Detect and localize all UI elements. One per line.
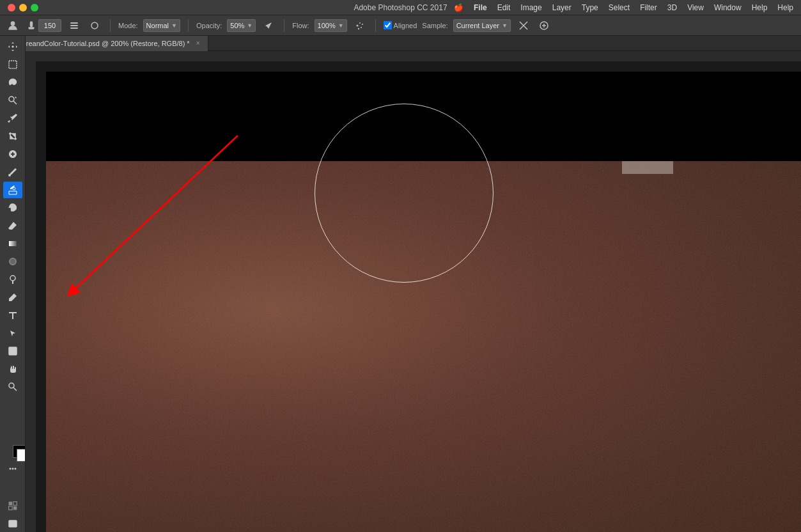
svg-point-26 — [12, 468, 13, 470]
maximize-button[interactable] — [31, 4, 38, 12]
divider-4 — [375, 19, 376, 32]
menu-layer[interactable]: Type — [582, 3, 598, 12]
svg-rect-31 — [13, 506, 17, 510]
clone-stamp-tool[interactable] — [3, 182, 22, 198]
svg-point-21 — [13, 295, 15, 297]
svg-rect-3 — [70, 22, 78, 24]
heal-tool[interactable] — [3, 146, 22, 162]
options-bar: 150 Mode: Normal ▼ Opacity: 50% ▼ Flow: … — [0, 15, 801, 36]
menu-image[interactable]: Layer — [552, 3, 572, 12]
history-brush-tool[interactable] — [3, 199, 22, 216]
pen-tool[interactable] — [3, 289, 22, 306]
quick-select-tool[interactable] — [3, 92, 22, 109]
spray-icon[interactable] — [352, 18, 368, 33]
mode-label: Mode: — [118, 22, 138, 29]
type-tool[interactable] — [3, 307, 22, 324]
gradient-tool[interactable] — [3, 235, 22, 252]
move-tool[interactable] — [3, 38, 22, 55]
svg-rect-32 — [9, 520, 17, 527]
menu-file[interactable]: Edit — [497, 3, 511, 12]
brush-size-input[interactable]: 150 — [38, 19, 61, 32]
quick-mask-button[interactable] — [3, 497, 22, 514]
svg-rect-29 — [13, 502, 17, 506]
eraser-tool[interactable] — [3, 217, 22, 234]
menu-help[interactable]: Help — [777, 3, 793, 12]
svg-point-23 — [9, 383, 14, 388]
svg-line-15 — [13, 101, 17, 104]
divider-3 — [284, 19, 284, 32]
svg-point-14 — [9, 97, 14, 102]
svg-point-9 — [362, 24, 363, 25]
aligned-checkbox-label[interactable]: Aligned — [384, 21, 417, 29]
scratch-mark-right — [622, 161, 673, 174]
svg-point-6 — [91, 22, 98, 29]
menu-3d[interactable]: View — [687, 3, 704, 12]
tab-filename: RestoreandColor-Tutorial.psd @ 200% (Res… — [8, 40, 190, 47]
sample-label: Sample: — [422, 22, 447, 29]
svg-rect-5 — [70, 27, 78, 29]
tool-preset-icon[interactable] — [66, 18, 82, 33]
menu-window[interactable]: Help — [752, 3, 768, 12]
menu-apple[interactable]: 🍎 — [454, 3, 463, 12]
svg-point-7 — [356, 24, 358, 26]
clone-settings-icon[interactable] — [536, 18, 552, 33]
background-color[interactable] — [17, 449, 26, 462]
app-title: Adobe Photoshop CC 2017 — [354, 3, 447, 12]
flow-label: Flow: — [292, 22, 309, 29]
svg-point-11 — [357, 27, 359, 29]
traffic-lights — [8, 4, 38, 12]
minimize-button[interactable] — [19, 4, 27, 12]
toolbar — [0, 36, 26, 532]
canvas-image[interactable] — [46, 72, 801, 532]
brush-options-icon[interactable] — [87, 18, 102, 33]
aligned-checkbox[interactable] — [384, 21, 392, 29]
divider-2 — [188, 19, 189, 32]
svg-point-27 — [14, 468, 16, 470]
flow-dropdown[interactable]: 100% ▼ — [315, 19, 347, 32]
svg-point-16 — [8, 174, 11, 176]
svg-rect-13 — [9, 61, 17, 68]
svg-point-0 — [11, 21, 15, 26]
path-select-tool[interactable] — [3, 325, 22, 341]
blur-tool[interactable] — [3, 253, 22, 270]
opacity-dropdown[interactable]: 50% ▼ — [227, 19, 256, 32]
opacity-label: Opacity: — [196, 22, 222, 29]
color-chips — [10, 442, 23, 455]
lasso-tool[interactable] — [3, 74, 22, 91]
menu-type[interactable]: Select — [609, 3, 630, 12]
dodge-tool[interactable] — [3, 271, 22, 288]
menu-edit[interactable]: Image — [520, 3, 541, 12]
divider-1 — [110, 19, 111, 32]
crop-tool[interactable] — [3, 128, 22, 145]
active-tab[interactable]: RestoreandColor-Tutorial.psd @ 200% (Res… — [0, 36, 208, 51]
menu-view[interactable]: Window — [714, 3, 742, 12]
svg-point-10 — [361, 27, 362, 28]
airbrush-icon[interactable] — [261, 18, 276, 33]
menu-photoshop[interactable]: File — [474, 3, 487, 12]
extras-tool[interactable] — [3, 460, 22, 477]
svg-rect-1 — [30, 21, 33, 27]
menu-filter[interactable]: 3D — [667, 3, 677, 12]
ignore-adj-layers-icon[interactable] — [516, 18, 531, 33]
tab-bar: RestoreandColor-Tutorial.psd @ 200% (Res… — [0, 36, 801, 51]
svg-point-19 — [10, 276, 15, 281]
brush-tool[interactable] — [3, 164, 22, 180]
eyedropper-tool[interactable] — [3, 110, 22, 127]
svg-rect-2 — [29, 27, 35, 29]
zoom-tool[interactable] — [3, 379, 22, 395]
svg-rect-22 — [9, 347, 17, 355]
mode-dropdown[interactable]: Normal ▼ — [143, 19, 180, 32]
screen-mode-button[interactable] — [3, 515, 22, 532]
shape-tool[interactable] — [3, 343, 22, 359]
hand-tool[interactable] — [3, 361, 22, 377]
canvas-brown-area — [46, 161, 801, 532]
svg-point-8 — [359, 22, 361, 24]
close-button[interactable] — [8, 4, 15, 12]
menu-select[interactable]: Filter — [640, 3, 657, 12]
marquee-tool[interactable] — [3, 56, 22, 73]
svg-rect-4 — [70, 25, 78, 26]
sample-dropdown[interactable]: Current Layer ▼ — [453, 19, 511, 32]
tab-close-button[interactable]: × — [196, 40, 200, 47]
svg-point-25 — [9, 468, 11, 470]
user-icon[interactable] — [5, 18, 20, 33]
